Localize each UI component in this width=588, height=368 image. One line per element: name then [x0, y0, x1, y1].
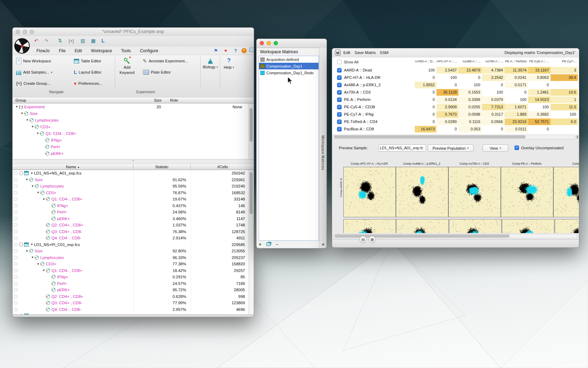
matrix-cell[interactable]: 4.7384	[482, 67, 505, 74]
comp-plot-thumbnail[interactable]	[553, 167, 579, 217]
group-row[interactable]: ▼Size	[13, 110, 249, 117]
matrix-cell[interactable]: 39.4	[551, 74, 578, 81]
expander-icon[interactable]: ▼	[42, 269, 46, 272]
role-col-header[interactable]: Role	[170, 98, 178, 102]
matrix-cell[interactable]: 16.8473	[415, 126, 436, 132]
menu-workspace[interactable]: Workspace	[91, 48, 112, 53]
menu-file[interactable]: File	[59, 48, 65, 53]
sample-row[interactable]: Q3: CD4+ , CD8-77.99%123869	[13, 300, 254, 306]
checkbox-checked-icon[interactable]: ✓	[337, 83, 342, 87]
cells-col-header[interactable]: #Cells	[191, 164, 254, 170]
matrix-col-header[interactable]: PE-Cy5-A :: ...	[528, 60, 551, 64]
expander-icon[interactable]: ▼	[36, 263, 40, 266]
matrix-cell[interactable]	[551, 126, 578, 132]
matrix-cell[interactable]	[551, 82, 578, 88]
matrix-cell[interactable]: 11.5	[551, 104, 578, 110]
sample-row[interactable]: ▼LD1_NS+NS_A01_exp.fcs250342	[13, 170, 254, 177]
matrix-cell[interactable]: 100	[551, 111, 578, 118]
matrix-cell[interactable]: 0.3682	[528, 111, 551, 118]
matrix-cell[interactable]: 10.6	[551, 89, 578, 96]
sample-row[interactable]: Q3: CD4+ , CD8-76.38%128725	[13, 229, 254, 235]
menu-configure[interactable]: Configure	[140, 48, 158, 53]
matrix-cell[interactable]: 0	[415, 104, 436, 110]
overlay-uncompensated-checkbox[interactable]: ✓ Overlay Uncompensated	[514, 145, 564, 150]
checkbox-checked-icon[interactable]: ✓	[337, 112, 342, 117]
collapse-panel-icon[interactable]: «	[320, 241, 327, 247]
remove-matrix-button[interactable]: −	[275, 241, 278, 247]
preview-population-dropdown[interactable]: Preview Population▾	[428, 144, 474, 152]
sample-row[interactable]: ▼Lymphocytes96.33%205237	[13, 254, 254, 261]
zoom-out-button[interactable]: ⊖	[359, 236, 367, 243]
add-matrix-button[interactable]: +	[259, 241, 261, 247]
group-row[interactable]: ▼CD3+	[13, 123, 249, 130]
checkbox-checked-icon[interactable]: ✓	[337, 68, 342, 73]
biology-button[interactable]: Biology▾	[202, 58, 218, 69]
matrix-cell[interactable]: 1.2461	[528, 89, 551, 96]
checkbox-checked-icon[interactable]: ✓	[337, 127, 342, 131]
create-group-quick-icon[interactable]: {+}	[69, 39, 74, 43]
matrix-cell[interactable]: 0	[528, 126, 551, 132]
sample-select-icon[interactable]	[19, 243, 23, 246]
group-scrollbar[interactable]	[248, 103, 254, 159]
table-quick-icon[interactable]: ▦	[91, 38, 96, 43]
matrix-cell[interactable]: 0.0255	[458, 104, 482, 110]
flowjo-logo-icon[interactable]	[14, 38, 30, 54]
matrix-cell[interactable]: 2.5437	[436, 67, 458, 74]
comp-plot-thumbnail[interactable]	[449, 219, 502, 233]
matrix-col-header[interactable]: Ax700-A :: ...	[482, 60, 505, 64]
expander-icon[interactable]: ▼	[30, 125, 35, 128]
sample-scrollbar[interactable]	[248, 170, 254, 315]
comp-plot-thumbnail[interactable]	[448, 167, 501, 217]
matrix-cell[interactable]: 1	[551, 96, 578, 103]
close-button[interactable]	[260, 41, 264, 45]
matrix-cell[interactable]: 0	[415, 74, 436, 81]
matrix-cell[interactable]: 35.1128	[436, 89, 458, 96]
group-row[interactable]: ▼{*}Experiment20None	[13, 103, 249, 110]
expander-icon[interactable]: ▼	[36, 132, 40, 135]
comp-plot-thumbnail[interactable]	[502, 219, 554, 233]
menu-flowjo[interactable]: FlowJo	[36, 48, 50, 53]
sample-row[interactable]: Q4: CD4- , CD8-2.957%4696	[13, 306, 254, 313]
comp-plot-thumbnail[interactable]	[396, 167, 448, 217]
matrix-row[interactable]: ✓Ax700-A :: CD3035.11280.155310001.24611…	[332, 89, 579, 96]
flowjo-titlebar[interactable]: *unsaved* PFICs_Example.wsp	[13, 28, 254, 36]
matrix-cell[interactable]: 0	[415, 111, 436, 118]
checkbox-unchecked-icon[interactable]	[337, 60, 342, 64]
view-dropdown[interactable]: View▾	[483, 144, 508, 152]
matrix-vscroll-arrows[interactable]: ▲▼	[575, 135, 579, 139]
matrix-cell[interactable]: 0.0134	[436, 96, 458, 103]
matrix-cell[interactable]: 0.3117	[482, 111, 505, 118]
zoom-in-button[interactable]: ⊕	[369, 236, 376, 243]
matrix-cell[interactable]: 0.053	[458, 126, 482, 132]
sample-row[interactable]: IFNg+0.291%85	[13, 274, 254, 280]
matrix-cell[interactable]: 0	[436, 82, 458, 88]
matrix-row[interactable]: ✓APC-H7-A :: HLA-DR010003.25420.02410.80…	[332, 74, 579, 81]
matrix-cell[interactable]: 0.0289	[436, 118, 458, 125]
expander-icon[interactable]: ▼	[36, 191, 40, 194]
sample-row[interactable]: Q2: CD4+ , CD8+0.628%998	[13, 293, 254, 300]
menu-edit[interactable]: Edit	[75, 48, 82, 53]
save-matrix-button[interactable]: Save Matrix	[355, 50, 376, 55]
matrix-cell[interactable]: 0.3399	[458, 96, 482, 103]
sample-row[interactable]: Perf+24.58%8149	[13, 209, 254, 216]
sort-columns-icon[interactable]: ⇅	[58, 38, 62, 43]
menu-tools[interactable]: Tools	[121, 48, 131, 53]
matrix-row[interactable]: ✓PE-TxRed-A :: CD400.02890.11160.056623.…	[332, 118, 579, 125]
matrix-cell[interactable]: 0.0241	[505, 74, 528, 81]
sample-row[interactable]: ▼Q1: CD4- , CD8+19.67%33148	[13, 196, 254, 203]
group-row[interactable]: Perf+	[13, 143, 249, 150]
matrix-row[interactable]: ✓PE-Cy5-A :: CD3802.99090.02557.73131.60…	[332, 103, 579, 111]
matrix-list-item[interactable]: Acquisition-defined	[259, 56, 318, 63]
matrix-cell[interactable]: 100	[415, 67, 436, 74]
expander-icon[interactable]: ▼	[20, 112, 24, 115]
comp-plot-thumbnail[interactable]	[555, 219, 579, 233]
matrix-col-header[interactable]: PE-A :: Perforin	[505, 60, 528, 64]
comp-plot-thumbnail[interactable]	[343, 167, 396, 217]
matrix-list-item[interactable]: Compensation_Day1	[259, 63, 318, 69]
group-row[interactable]: pERK+	[13, 150, 249, 157]
checkbox-checked-icon[interactable]: ✓	[337, 97, 342, 102]
edit-button[interactable]: Edit	[343, 50, 350, 55]
checkbox-checked-icon[interactable]: ✓	[514, 145, 519, 150]
sample-select-icon[interactable]	[19, 171, 23, 175]
matrix-cell[interactable]: 0	[482, 126, 505, 132]
